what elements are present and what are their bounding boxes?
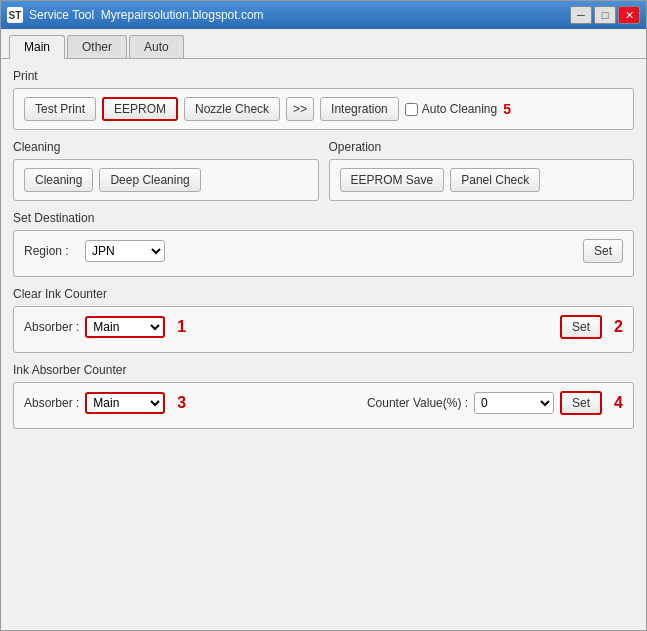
ink-absorber-select[interactable]: Main Waste Box: [85, 392, 165, 414]
window-title: Service Tool Myrepairsolution.blogspot.c…: [29, 8, 570, 22]
print-section: Print Test Print EEPROM Nozzle Check >> …: [13, 69, 634, 130]
set-destination-section: Set Destination Region : JPN Set: [13, 211, 634, 277]
close-button[interactable]: ✕: [618, 6, 640, 24]
auto-cleaning-checkbox[interactable]: [405, 103, 418, 116]
region-label: Region :: [24, 244, 79, 258]
operation-section-label: Operation: [329, 140, 635, 154]
annotation-3: 3: [177, 394, 186, 412]
cleaning-subsection: Cleaning Cleaning Deep Cleaning: [13, 140, 319, 201]
app-icon: ST: [7, 7, 23, 23]
tab-main[interactable]: Main: [9, 35, 65, 59]
annotation-5: 5: [503, 101, 511, 117]
cleaning-buttons-row: Cleaning Deep Cleaning: [24, 168, 308, 192]
eeprom-save-button[interactable]: EEPROM Save: [340, 168, 445, 192]
cleaning-button[interactable]: Cleaning: [24, 168, 93, 192]
print-section-box: Test Print EEPROM Nozzle Check >> Integr…: [13, 88, 634, 130]
maximize-button[interactable]: □: [594, 6, 616, 24]
ink-absorber-label: Absorber :: [24, 396, 79, 410]
annotation-1: 1: [177, 318, 186, 336]
main-content: Print Test Print EEPROM Nozzle Check >> …: [1, 59, 646, 630]
clear-absorber-label: Absorber :: [24, 320, 79, 334]
integration-button[interactable]: Integration: [320, 97, 399, 121]
counter-value-select[interactable]: 0 10 20 30 50 80 100: [474, 392, 554, 414]
set-destination-button[interactable]: Set: [583, 239, 623, 263]
main-window: ST Service Tool Myrepairsolution.blogspo…: [0, 0, 647, 631]
ink-absorber-set-button[interactable]: Set: [560, 391, 602, 415]
operation-buttons-row: EEPROM Save Panel Check: [340, 168, 624, 192]
cleaning-section-label: Cleaning: [13, 140, 319, 154]
operation-section-box: EEPROM Save Panel Check: [329, 159, 635, 201]
deep-cleaning-button[interactable]: Deep Cleaning: [99, 168, 200, 192]
ink-absorber-counter-section: Ink Absorber Counter Absorber : Main Was…: [13, 363, 634, 429]
eeprom-button[interactable]: EEPROM: [102, 97, 178, 121]
auto-cleaning-checkbox-row: Auto Cleaning: [405, 102, 497, 116]
minimize-button[interactable]: ─: [570, 6, 592, 24]
ink-absorber-counter-label: Ink Absorber Counter: [13, 363, 634, 377]
tab-other[interactable]: Other: [67, 35, 127, 58]
region-row: Region : JPN Set: [24, 239, 623, 263]
annotation-4: 4: [614, 394, 623, 412]
print-section-label: Print: [13, 69, 634, 83]
test-print-button[interactable]: Test Print: [24, 97, 96, 121]
title-bar: ST Service Tool Myrepairsolution.blogspo…: [1, 1, 646, 29]
operation-subsection: Operation EEPROM Save Panel Check: [329, 140, 635, 201]
cleaning-section-box: Cleaning Deep Cleaning: [13, 159, 319, 201]
nozzle-check-button[interactable]: Nozzle Check: [184, 97, 280, 121]
annotation-2: 2: [614, 318, 623, 336]
cleaning-operation-section: Cleaning Cleaning Deep Cleaning Operatio…: [13, 140, 634, 201]
panel-check-button[interactable]: Panel Check: [450, 168, 540, 192]
print-buttons-row: Test Print EEPROM Nozzle Check >> Integr…: [24, 97, 623, 121]
auto-cleaning-label: Auto Cleaning: [422, 102, 497, 116]
clear-absorber-select[interactable]: Main Waste Box: [85, 316, 165, 338]
arrow-button[interactable]: >>: [286, 97, 314, 121]
set-destination-box: Region : JPN Set: [13, 230, 634, 277]
clear-ink-counter-box: Absorber : Main Waste Box 1 Set 2: [13, 306, 634, 353]
clear-ink-counter-section: Clear Ink Counter Absorber : Main Waste …: [13, 287, 634, 353]
tab-auto[interactable]: Auto: [129, 35, 184, 58]
clear-ink-set-button[interactable]: Set: [560, 315, 602, 339]
set-destination-label: Set Destination: [13, 211, 634, 225]
ink-absorber-row: Absorber : Main Waste Box 3 Counter Valu…: [24, 391, 623, 415]
ink-absorber-counter-box: Absorber : Main Waste Box 3 Counter Valu…: [13, 382, 634, 429]
clear-ink-counter-label: Clear Ink Counter: [13, 287, 634, 301]
window-controls: ─ □ ✕: [570, 6, 640, 24]
tab-bar: Main Other Auto: [1, 29, 646, 59]
counter-value-label: Counter Value(%) :: [358, 396, 468, 410]
region-select[interactable]: JPN: [85, 240, 165, 262]
clear-absorber-row: Absorber : Main Waste Box 1 Set 2: [24, 315, 623, 339]
